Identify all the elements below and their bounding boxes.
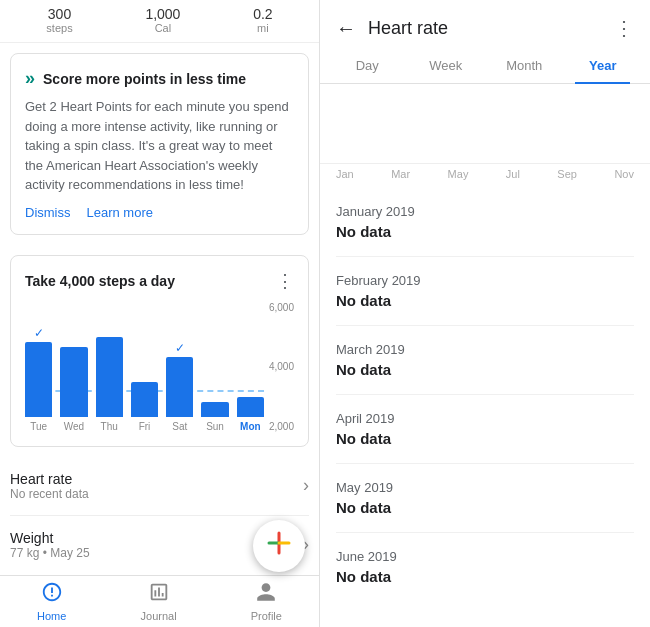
double-arrow-icon: » bbox=[25, 68, 35, 89]
journal-icon bbox=[148, 581, 170, 608]
bottom-nav: Home Journal Profile bbox=[0, 575, 319, 627]
mi-value: 0.2 bbox=[253, 6, 272, 22]
heart-rate-title: Heart rate bbox=[10, 471, 89, 487]
bar-label-fri: Fri bbox=[139, 421, 151, 432]
year-chart bbox=[320, 84, 650, 164]
weight-sub: 77 kg • May 25 bbox=[10, 546, 90, 560]
bar-group-sat: ✓Sat bbox=[166, 357, 193, 432]
bars-area: ✓TueWedThuFri✓SatSunMon bbox=[25, 322, 294, 432]
profile-icon bbox=[255, 581, 277, 608]
month-name-5: June 2019 bbox=[336, 549, 634, 564]
left-panel: 300 steps 1,000 Cal 0.2 mi » Score more … bbox=[0, 0, 320, 627]
month-labels: Jan Mar May Jul Sep Nov bbox=[320, 164, 650, 184]
checkmark-sat: ✓ bbox=[175, 341, 185, 355]
bar-sat: ✓ bbox=[166, 357, 193, 417]
steps-more-icon[interactable]: ⋮ bbox=[276, 270, 294, 292]
month-entry-4: May 2019No data bbox=[336, 464, 634, 533]
bar-group-sun: Sun bbox=[201, 402, 228, 432]
bar-group-fri: Fri bbox=[131, 382, 158, 432]
steps-stat: 300 steps bbox=[46, 6, 72, 34]
steps-header: Take 4,000 steps a day ⋮ bbox=[25, 270, 294, 292]
back-button[interactable]: ← bbox=[336, 17, 356, 40]
steps-label: steps bbox=[46, 22, 72, 34]
month-value-5: No data bbox=[336, 568, 634, 585]
tab-day[interactable]: Day bbox=[328, 48, 407, 83]
bar-group-tue: ✓Tue bbox=[25, 342, 52, 432]
cal-value: 1,000 bbox=[145, 6, 180, 22]
score-card: » Score more points in less time Get 2 H… bbox=[10, 53, 309, 235]
tab-year[interactable]: Year bbox=[564, 48, 643, 83]
chart-container: ✓TueWedThuFri✓SatSunMon 6,000 4,000 2,00… bbox=[25, 302, 294, 432]
bar-thu bbox=[96, 337, 123, 417]
score-card-title: » Score more points in less time bbox=[25, 68, 294, 89]
bar-wed bbox=[60, 347, 87, 417]
weight-title: Weight bbox=[10, 530, 90, 546]
month-label-sep: Sep bbox=[557, 168, 577, 180]
y-labels: 6,000 4,000 2,000 bbox=[269, 302, 294, 432]
score-card-actions: Dismiss Learn more bbox=[25, 205, 294, 220]
right-header: ← Heart rate ⋮ bbox=[320, 0, 650, 48]
nav-journal[interactable]: Journal bbox=[141, 581, 177, 622]
y-label-2000: 2,000 bbox=[269, 421, 294, 432]
tab-month[interactable]: Month bbox=[485, 48, 564, 83]
bar-fri bbox=[131, 382, 158, 417]
fab-plus-icon bbox=[265, 529, 293, 564]
more-options-icon[interactable]: ⋮ bbox=[614, 16, 634, 40]
heart-rate-sub: No recent data bbox=[10, 487, 89, 501]
tab-week[interactable]: Week bbox=[407, 48, 486, 83]
month-name-2: March 2019 bbox=[336, 342, 634, 357]
bar-label-mon: Mon bbox=[240, 421, 261, 432]
bar-label-thu: Thu bbox=[101, 421, 118, 432]
month-entry-1: February 2019No data bbox=[336, 257, 634, 326]
bar-label-sat: Sat bbox=[172, 421, 187, 432]
month-name-1: February 2019 bbox=[336, 273, 634, 288]
month-value-0: No data bbox=[336, 223, 634, 240]
y-label-6000: 6,000 bbox=[269, 302, 294, 313]
month-label-jul: Jul bbox=[506, 168, 520, 180]
nav-profile[interactable]: Profile bbox=[251, 581, 282, 622]
heart-rate-item[interactable]: Heart rate No recent data › bbox=[10, 457, 309, 516]
bar-group-wed: Wed bbox=[60, 347, 87, 432]
bar-label-tue: Tue bbox=[30, 421, 47, 432]
month-name-3: April 2019 bbox=[336, 411, 634, 426]
bar-group-mon: Mon bbox=[237, 397, 264, 432]
month-value-4: No data bbox=[336, 499, 634, 516]
nav-home-label: Home bbox=[37, 610, 66, 622]
month-list: January 2019No dataFebruary 2019No dataM… bbox=[320, 188, 650, 627]
home-icon bbox=[41, 581, 63, 608]
dismiss-button[interactable]: Dismiss bbox=[25, 205, 71, 220]
month-label-jan: Jan bbox=[336, 168, 354, 180]
top-stats: 300 steps 1,000 Cal 0.2 mi bbox=[0, 0, 319, 43]
month-entry-3: April 2019No data bbox=[336, 395, 634, 464]
right-panel: ← Heart rate ⋮ Day Week Month Year Jan M… bbox=[320, 0, 650, 627]
month-entry-5: June 2019No data bbox=[336, 533, 634, 601]
month-entry-0: January 2019No data bbox=[336, 188, 634, 257]
month-value-3: No data bbox=[336, 430, 634, 447]
cal-label: Cal bbox=[145, 22, 180, 34]
month-name-0: January 2019 bbox=[336, 204, 634, 219]
bar-label-sun: Sun bbox=[206, 421, 224, 432]
nav-profile-label: Profile bbox=[251, 610, 282, 622]
bar-mon bbox=[237, 397, 264, 417]
right-title: Heart rate bbox=[368, 18, 448, 39]
mi-label: mi bbox=[253, 22, 272, 34]
nav-home[interactable]: Home bbox=[37, 581, 66, 622]
score-card-body: Get 2 Heart Points for each minute you s… bbox=[25, 97, 294, 195]
bar-group-thu: Thu bbox=[96, 337, 123, 432]
steps-section: Take 4,000 steps a day ⋮ ✓TueWedThuFri✓S… bbox=[10, 255, 309, 447]
bar-tue: ✓ bbox=[25, 342, 52, 417]
steps-title: Take 4,000 steps a day bbox=[25, 273, 175, 289]
month-value-2: No data bbox=[336, 361, 634, 378]
mi-stat: 0.2 mi bbox=[253, 6, 272, 34]
month-entry-2: March 2019No data bbox=[336, 326, 634, 395]
y-label-4000: 4,000 bbox=[269, 361, 294, 372]
month-label-nov: Nov bbox=[614, 168, 634, 180]
fab-button[interactable] bbox=[253, 520, 305, 572]
learn-more-button[interactable]: Learn more bbox=[87, 205, 153, 220]
steps-value: 300 bbox=[46, 6, 72, 22]
month-name-4: May 2019 bbox=[336, 480, 634, 495]
bar-label-wed: Wed bbox=[64, 421, 84, 432]
nav-journal-label: Journal bbox=[141, 610, 177, 622]
month-label-mar: Mar bbox=[391, 168, 410, 180]
cal-stat: 1,000 Cal bbox=[145, 6, 180, 34]
